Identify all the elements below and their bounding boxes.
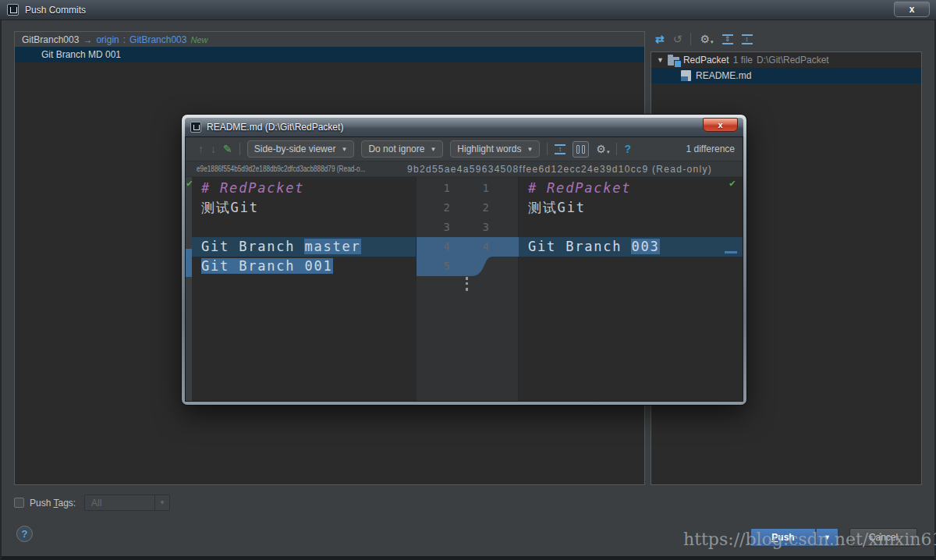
local-branch-name: GitBranch003 xyxy=(22,34,79,45)
line-number: 2 xyxy=(456,198,489,218)
toolbar-separator xyxy=(616,143,617,155)
code-line: Git Branch 003 xyxy=(519,237,743,257)
diff-dialog: README.md (D:\Git\RedPacket) x ↑ ↓ ✎ Sid… xyxy=(182,115,746,405)
push-tags-checkbox[interactable] xyxy=(14,498,24,508)
editor-settings-gear-icon[interactable]: ⚙▾ xyxy=(596,143,609,155)
analysis-ok-icon: ✔ xyxy=(729,177,736,189)
chevron-down-icon: ▼ xyxy=(154,495,169,510)
diff-content: ↑ ↓ ✎ Side-by-side viewer ▼ Do not ignor… xyxy=(185,136,743,402)
rollback-icon[interactable]: ↺ xyxy=(673,33,682,45)
previous-difference-icon[interactable]: ↑ xyxy=(198,143,204,155)
tree-expander-icon[interactable]: ▼ xyxy=(657,56,664,64)
left-editor-pane[interactable]: # RedPacket测试GitGit Branch masterGit Bra… xyxy=(192,177,416,401)
code-segment: 003 xyxy=(631,239,659,254)
collapse-glyph: ↕ xyxy=(558,145,562,153)
code-line: # RedPacket xyxy=(192,179,416,198)
diff-window-icon xyxy=(190,122,201,133)
next-difference-icon[interactable]: ↓ xyxy=(211,143,216,155)
toolbar-separator xyxy=(690,33,691,45)
right-revision-hash: 9b2d55ae4a59634508ffee6d12ecc24e39d10cc9… xyxy=(407,164,712,175)
close-icon: x xyxy=(718,120,722,129)
colon-separator: : xyxy=(123,34,126,45)
tree-root-row[interactable]: ▼ RedPacket 1 file D:\Git\RedPacket xyxy=(651,52,921,68)
markdown-file-icon xyxy=(681,70,691,81)
help-icon: ? xyxy=(22,528,28,540)
code-line xyxy=(192,218,416,237)
toolbar-separator xyxy=(239,143,240,155)
change-marker[interactable] xyxy=(186,249,192,277)
remote-branch-name: GitBranch003 xyxy=(129,34,186,45)
change-marker-dash xyxy=(725,251,737,253)
push-label: ush xyxy=(778,532,794,543)
code-segment: # RedPacket xyxy=(201,180,304,196)
diff-toolbar: ↑ ↓ ✎ Side-by-side viewer ▼ Do not ignor… xyxy=(186,137,743,161)
cancel-button[interactable]: Cancel xyxy=(849,528,917,547)
files-toolbar: ⇄ ↺ ⚙▾ ⇕ ↕ xyxy=(655,30,753,48)
help-icon[interactable]: ? xyxy=(624,143,631,155)
ignore-policy-value: Do not ignore xyxy=(368,144,424,154)
tree-file-row[interactable]: README.md xyxy=(651,68,921,83)
toolbar-separator xyxy=(547,143,548,155)
line-number: 4 xyxy=(456,237,489,257)
chevron-down-icon: ▼ xyxy=(824,533,831,541)
close-icon: x xyxy=(909,4,915,15)
chevron-down-icon: ▾ xyxy=(607,149,610,155)
code-segment: # RedPacket xyxy=(528,180,631,196)
highlight-policy-select[interactable]: Highlight words ▼ xyxy=(450,140,540,158)
push-tags-label: Push Tags: xyxy=(30,498,76,509)
expand-all-icon[interactable]: ⇕ xyxy=(722,34,733,44)
window-titlebar: Push Commits x xyxy=(0,0,936,20)
splitter-handle-icon[interactable] xyxy=(466,277,468,291)
line-number: 5 xyxy=(417,257,450,276)
line-number: 1 xyxy=(417,179,450,198)
diff-window-title: README.md (D:\Git\RedPacket) xyxy=(207,122,343,133)
gear-glyph: ⚙ xyxy=(596,143,606,155)
sync-bar xyxy=(582,145,585,154)
left-revision-hash: e9e1886f554b5d9d2e188db9c2dfcd3acb888d79… xyxy=(197,164,366,173)
collapse-unchanged-icon[interactable]: ↕ xyxy=(555,144,566,154)
line-number: 4 xyxy=(417,237,450,257)
diff-editor: ✔ ✔ # RedPacket测试GitGit Branch masterGit… xyxy=(186,177,743,401)
code-segment: master xyxy=(304,239,360,254)
viewer-select-value: Side-by-side viewer xyxy=(254,144,336,154)
tags-select[interactable]: All ▼ xyxy=(84,494,170,511)
chevron-down-icon: ▼ xyxy=(430,146,436,153)
label-pre: Push xyxy=(30,498,53,509)
show-diff-icon[interactable]: ⇄ xyxy=(655,33,665,45)
folder-icon xyxy=(668,57,679,66)
chevron-down-icon: ▼ xyxy=(341,146,347,153)
app-icon xyxy=(7,4,19,16)
ignore-policy-select[interactable]: Do not ignore ▼ xyxy=(361,140,443,158)
diff-titlebar: README.md (D:\Git\RedPacket) x xyxy=(185,118,743,136)
code-segment: Git Branch 001 xyxy=(201,258,333,274)
code-line: 测试Git xyxy=(519,198,743,218)
file-count: 1 file xyxy=(733,55,753,66)
code-line xyxy=(519,218,743,237)
commit-row[interactable]: Git Branch MD 001 xyxy=(15,47,644,62)
chevron-down-icon: ▾ xyxy=(711,39,714,45)
synchronize-scrolling-toggle[interactable] xyxy=(573,141,589,158)
line-number: 2 xyxy=(417,198,450,218)
line-number: 1 xyxy=(456,179,489,198)
code-line: 测试Git xyxy=(192,198,416,218)
diff-close-button[interactable]: x xyxy=(703,118,738,132)
push-commits-window: Push Commits x GitBranch003 → origin : G… xyxy=(0,0,936,560)
jump-to-source-icon[interactable]: ✎ xyxy=(223,143,232,155)
code-segment: 测试Git xyxy=(528,200,586,215)
settings-gear-icon[interactable]: ⚙▾ xyxy=(700,33,713,45)
right-editor-pane[interactable]: # RedPacket测试GitGit Branch 003 xyxy=(519,177,743,401)
highlight-policy-value: Highlight words xyxy=(457,144,521,154)
code-segment: Git Branch xyxy=(528,239,631,254)
push-options-dropdown[interactable]: ▼ xyxy=(816,528,838,547)
help-button[interactable]: ? xyxy=(16,526,33,542)
line-number: 3 xyxy=(417,218,450,237)
commit-message: Git Branch MD 001 xyxy=(41,49,121,60)
branch-header-row[interactable]: GitBranch003 → origin : GitBranch003 New xyxy=(15,32,644,47)
code-line: Git Branch master xyxy=(192,237,416,257)
viewer-select[interactable]: Side-by-side viewer ▼ xyxy=(247,140,355,158)
push-button[interactable]: Push xyxy=(750,528,816,547)
window-close-button[interactable]: x xyxy=(894,2,930,17)
difference-count: 1 difference xyxy=(686,144,736,154)
collapse-all-icon[interactable]: ↕ xyxy=(742,34,753,44)
revision-header: e9e1886f554b5d9d2e188db9c2dfcd3acb888d79… xyxy=(186,161,743,177)
